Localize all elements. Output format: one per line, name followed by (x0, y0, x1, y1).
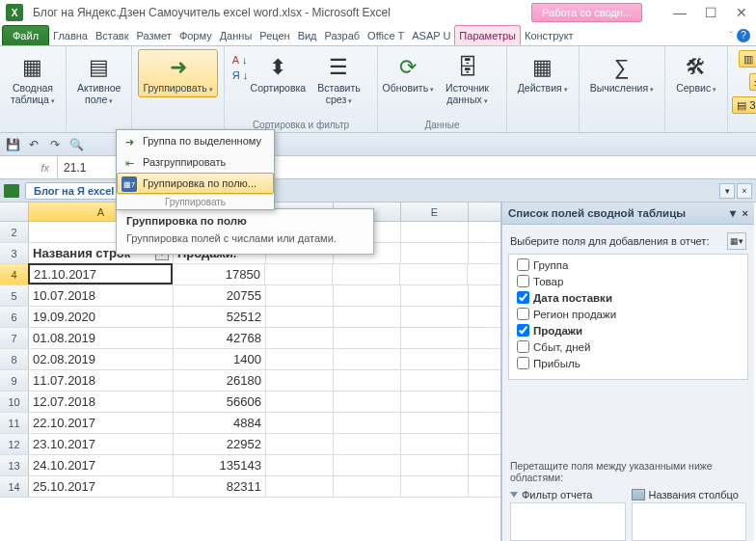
tab-officetab[interactable]: Office T (364, 25, 408, 45)
field-checkbox[interactable] (517, 340, 529, 353)
cell[interactable] (334, 328, 401, 348)
row-number[interactable]: 2 (0, 222, 29, 242)
minimize-button[interactable]: — (671, 5, 688, 20)
cell[interactable] (401, 222, 469, 242)
field-item[interactable]: Прибыль (517, 355, 740, 371)
cell[interactable] (266, 434, 334, 454)
file-tab[interactable]: Файл (2, 25, 49, 45)
tab-home[interactable]: Главна (49, 25, 92, 45)
tab-pivot-options[interactable]: Параметры (454, 25, 521, 45)
tab-layout[interactable]: Размет (133, 25, 176, 45)
cell[interactable]: 82311 (174, 476, 266, 497)
sort-az-button[interactable]: АА↓↓ (230, 53, 250, 67)
cell[interactable]: 22952 (174, 434, 266, 454)
row-number[interactable]: 9 (0, 370, 29, 391)
cell[interactable] (401, 476, 469, 497)
cell[interactable]: 02.08.2019 (29, 349, 174, 369)
sort-button[interactable]: ⬍ Сортировка (252, 49, 304, 97)
cell[interactable] (334, 392, 401, 412)
cell[interactable]: 20755 (174, 285, 266, 306)
plusminus-toggle[interactable]: ±Кнопки +/- (749, 73, 756, 91)
tab-asap[interactable]: ASAP U (408, 25, 454, 45)
field-checkbox[interactable] (517, 258, 529, 271)
minimize-ribbon-icon[interactable]: ˇ (729, 30, 733, 41)
sort-za-button[interactable]: Я↓ (230, 68, 250, 82)
cell[interactable] (401, 349, 469, 369)
cell[interactable]: 11.07.2018 (29, 370, 174, 391)
cell[interactable] (266, 455, 334, 475)
formula-value[interactable]: 21.1 (58, 161, 86, 175)
cell[interactable] (334, 476, 401, 497)
field-checkbox[interactable] (517, 308, 529, 320)
cell[interactable] (266, 370, 334, 391)
cell[interactable]: 21.10.2017 (28, 263, 173, 284)
field-item[interactable]: Группа (517, 257, 740, 273)
row-number[interactable]: 14 (0, 476, 29, 497)
cell[interactable] (401, 434, 469, 454)
cell[interactable]: 22.10.2017 (29, 413, 174, 433)
tab-data[interactable]: Данны (216, 25, 256, 45)
active-field-button[interactable]: ▤ Активное поле▾ (72, 49, 125, 108)
tab-pivot-design[interactable]: Конструкт (521, 25, 578, 45)
pivot-table-button[interactable]: ▦ Сводная таблица▾ (6, 49, 60, 108)
tab-insert[interactable]: Вставк (92, 25, 133, 45)
row-number[interactable]: 8 (0, 349, 29, 369)
row-number[interactable]: 12 (0, 434, 29, 454)
cell[interactable] (401, 307, 469, 327)
undo-icon[interactable]: ↶ (25, 136, 42, 153)
maximize-button[interactable]: ☐ (702, 5, 719, 20)
row-number[interactable]: 3 (0, 243, 29, 263)
field-checkbox[interactable] (517, 357, 529, 369)
field-list-toggle[interactable]: ▥Список полей (739, 50, 756, 68)
tab-review[interactable]: Рецен (256, 25, 293, 45)
cell[interactable]: 25.10.2017 (29, 476, 174, 497)
cell[interactable] (401, 413, 469, 433)
row-number[interactable]: 10 (0, 392, 29, 412)
field-item[interactable]: Товар (517, 273, 740, 289)
calculations-button[interactable]: ∑ Вычисления▾ (585, 49, 659, 97)
cell[interactable] (334, 370, 401, 391)
tools-button[interactable]: 🛠 Сервис▾ (671, 49, 721, 97)
insert-slicer-button[interactable]: ☰ Вставить срез▾ (307, 49, 372, 108)
field-item[interactable]: Сбыт, дней (517, 338, 740, 355)
columns-zone[interactable] (632, 502, 747, 541)
tab-close-icon[interactable]: × (737, 183, 752, 199)
cell[interactable]: 19.09.2020 (29, 307, 174, 327)
cell[interactable] (266, 285, 334, 306)
cell[interactable]: 26180 (174, 370, 266, 391)
group-button[interactable]: ➜ Группировать▾ (138, 49, 217, 97)
print-preview-icon[interactable]: 🔍 (68, 136, 85, 153)
row-number[interactable]: 7 (0, 328, 29, 348)
cell[interactable] (401, 285, 469, 306)
row-number[interactable]: 13 (0, 455, 29, 475)
close-pane-icon[interactable]: × (742, 207, 748, 219)
cell[interactable]: 17850 (173, 264, 265, 284)
cell[interactable]: 4884 (174, 413, 266, 433)
row-number[interactable]: 5 (0, 285, 29, 306)
close-button[interactable]: ✕ (733, 5, 750, 20)
refresh-button[interactable]: ⟳ Обновить▾ (384, 49, 432, 97)
tab-view[interactable]: Вид (294, 25, 321, 45)
cell[interactable] (266, 392, 334, 412)
field-item[interactable]: Продажи (517, 322, 740, 338)
cell[interactable]: 42768 (174, 328, 266, 348)
cell[interactable] (334, 455, 401, 475)
col-header-e[interactable]: E (401, 203, 469, 221)
field-headers-toggle[interactable]: ▤Заголовки полей (732, 96, 756, 114)
cell[interactable] (334, 349, 401, 369)
redo-icon[interactable]: ↷ (46, 136, 64, 153)
cell[interactable]: 1400 (174, 349, 266, 369)
cell[interactable] (266, 307, 334, 327)
cell[interactable]: 23.10.2017 (29, 434, 174, 454)
cell[interactable] (266, 328, 334, 348)
cell[interactable] (401, 370, 469, 391)
cell[interactable]: 01.08.2019 (29, 328, 174, 348)
tab-nav-icon[interactable]: ▾ (719, 183, 735, 199)
cell[interactable] (401, 243, 469, 263)
cell[interactable] (401, 455, 469, 475)
dropdown-icon[interactable]: ▾ × (730, 206, 748, 220)
field-checkbox[interactable] (517, 291, 529, 304)
row-number[interactable]: 11 (0, 413, 29, 433)
cell[interactable] (401, 328, 469, 348)
row-number[interactable]: 6 (0, 307, 29, 327)
